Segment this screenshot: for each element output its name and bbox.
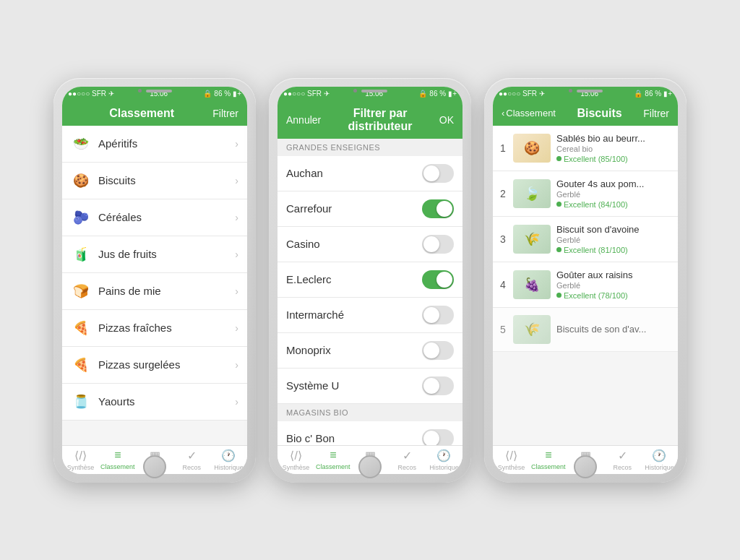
product-row-2[interactable]: 2 🍃 Gouter 4s aux pom... Gerblé Excellen… xyxy=(493,171,678,217)
home-button-2[interactable] xyxy=(358,455,382,478)
tab-historique-2[interactable]: 🕐 Historique xyxy=(426,449,462,471)
phone-3: ●●○○○ SFR ✈ 15:06 🔒 86 % ▮+ ‹ Classement… xyxy=(484,78,687,483)
filtrer-btn-1[interactable]: Filtrer xyxy=(212,108,238,119)
category-item-biscuits[interactable]: 🍪 Biscuits › xyxy=(62,163,247,199)
filter-casino: Casino xyxy=(278,227,462,262)
product-score-1: Excellent (85/100) xyxy=(556,155,671,163)
category-item-pizzas-fraiches[interactable]: 🍕 Pizzas fraîches › xyxy=(62,310,247,347)
filter-bio-c-bon: Bio c' Bon xyxy=(278,421,462,445)
phone-1: ●●○○○ SFR ✈ 15:06 🔒 86 % ▮+ Classement F… xyxy=(53,78,256,483)
synthese-label-2: Synthèse xyxy=(283,464,310,471)
tab-recos-2[interactable]: ✓ Recos xyxy=(389,449,426,471)
intermarche-label: Intermarché xyxy=(286,309,344,321)
annuler-btn[interactable]: Annuler xyxy=(286,114,321,126)
recos-label-3: Recos xyxy=(613,464,632,471)
category-item-jus[interactable]: 🧃 Jus de fruits › xyxy=(62,236,247,273)
category-item-pizzas-surgelees[interactable]: 🍕 Pizzas surgelées › xyxy=(62,347,247,384)
product-rank-4: 4 xyxy=(500,279,513,290)
status-left-2: ●●○○○ SFR ✈ xyxy=(283,90,330,98)
monoprix-toggle[interactable] xyxy=(422,341,454,360)
pizzas-fraiches-label: Pizzas fraîches xyxy=(98,322,235,334)
classement-label-1: Classement xyxy=(100,463,135,470)
filter-systeme-u: Système U xyxy=(278,369,462,404)
filter-intermarche: Intermarché xyxy=(278,298,462,333)
tab-classement-2[interactable]: ≡ Classement xyxy=(314,449,351,471)
filter-header: Annuler Filtrer par distributeur OK xyxy=(278,101,462,139)
score-dot-4 xyxy=(556,293,562,298)
synthese-label-3: Synthèse xyxy=(498,464,525,471)
auchan-label: Auchan xyxy=(286,167,323,179)
product-row-3[interactable]: 3 🌾 Biscuit son d'avoine Gerblé Excellen… xyxy=(493,217,678,262)
chevron-icon-6: › xyxy=(235,359,238,371)
back-chevron-icon: ‹ xyxy=(502,108,504,119)
product-row-4[interactable]: 4 🍇 Goûter aux raisins Gerblé Excellent … xyxy=(493,262,678,308)
home-button-3[interactable] xyxy=(574,455,597,478)
tab-synthese-3[interactable]: ⟨/⟩ Synthèse xyxy=(493,449,530,471)
recos-icon-3: ✓ xyxy=(618,449,627,462)
product-info-1: Sablés bio au beurr... Cereal bio Excell… xyxy=(556,133,671,163)
back-btn[interactable]: ‹ Classement xyxy=(502,108,556,119)
product-thumb-4: 🍇 xyxy=(513,270,551,299)
auchan-toggle[interactable] xyxy=(422,164,454,183)
product-info-2: Gouter 4s aux pom... Gerblé Excellent (8… xyxy=(556,178,671,209)
score-text-1: Excellent (85/100) xyxy=(564,155,628,163)
chevron-icon-0: › xyxy=(235,138,238,150)
intermarche-toggle[interactable] xyxy=(422,306,454,324)
eleclerc-label: E.Leclerc xyxy=(286,273,332,285)
classement-icon-3: ≡ xyxy=(545,449,551,462)
product-rank-3: 3 xyxy=(500,233,513,245)
battery-bar-1: ▮+ xyxy=(233,90,241,98)
filtrer-btn-3[interactable]: Filtrer xyxy=(643,108,669,119)
product-row-1[interactable]: 1 🍪 Sablés bio au beurr... Cereal bio Ex… xyxy=(493,126,678,171)
eleclerc-toggle[interactable] xyxy=(422,270,454,289)
chevron-icon-4: › xyxy=(235,285,238,297)
category-item-pains[interactable]: 🍞 Pains de mie › xyxy=(62,273,247,310)
tab-historique-3[interactable]: 🕐 Historique xyxy=(641,449,678,471)
camera-dot-3 xyxy=(569,89,572,92)
tab-recos-1[interactable]: ✓ Recos xyxy=(173,449,210,471)
category-item-aperitifs[interactable]: 🥗 Apéritifs › xyxy=(62,126,247,163)
product-brand-3: Gerblé xyxy=(556,236,671,244)
casino-label: Casino xyxy=(286,238,320,250)
pains-label: Pains de mie xyxy=(98,285,235,297)
phone-top-speaker xyxy=(133,88,176,94)
chevron-icon-7: › xyxy=(235,396,238,408)
carrefour-toggle[interactable] xyxy=(422,199,454,218)
app-header-1: Classement Filtrer xyxy=(62,101,247,126)
ok-btn[interactable]: OK xyxy=(439,114,454,126)
speaker-grille-3 xyxy=(577,90,603,92)
classement-icon-2: ≡ xyxy=(330,449,336,462)
classement-icon-1: ≡ xyxy=(114,449,121,462)
signal-text-3: ●●○○○ SFR xyxy=(499,90,537,98)
tab-classement-3[interactable]: ≡ Classement xyxy=(530,449,567,471)
score-dot-1 xyxy=(556,156,562,161)
tab-recos-3[interactable]: ✓ Recos xyxy=(604,449,641,471)
tab-synthese-1[interactable]: ⟨/⟩ Synthèse xyxy=(62,449,99,471)
product-row-5[interactable]: 5 🌾 Biscuits de son d'av... xyxy=(493,308,678,352)
tab-synthese-2[interactable]: ⟨/⟩ Synthèse xyxy=(278,449,314,471)
score-dot-2 xyxy=(556,202,562,207)
tab-historique-1[interactable]: 🕐 Historique xyxy=(210,449,247,471)
category-item-yaourts[interactable]: 🫙 Yaourts › xyxy=(62,384,247,421)
recos-label-2: Recos xyxy=(397,464,416,471)
synthese-label-1: Synthèse xyxy=(67,464,95,471)
product-list-container: 1 🍪 Sablés bio au beurr... Cereal bio Ex… xyxy=(493,126,678,445)
category-list-container: 🥗 Apéritifs › 🍪 Biscuits › 🫐 Céréales › … xyxy=(62,126,247,445)
product-header: ‹ Classement Biscuits Filtrer xyxy=(493,101,678,126)
filter-title: Filtrer par distributeur xyxy=(321,107,439,133)
wifi-icon-3: ✈ xyxy=(539,90,545,98)
home-button-1[interactable] xyxy=(143,455,166,478)
tab-classement-1[interactable]: ≡ Classement xyxy=(99,449,136,471)
product-name-4: Goûter aux raisins xyxy=(556,270,671,280)
score-text-4: Excellent (78/100) xyxy=(564,291,628,300)
bio-c-bon-toggle[interactable] xyxy=(422,429,454,445)
status-right-3: 🔒 86 % ▮+ xyxy=(634,90,672,98)
category-item-cereales[interactable]: 🫐 Céréales › xyxy=(62,199,247,236)
product-brand-4: Gerblé xyxy=(556,281,671,290)
bio-c-bon-label: Bio c' Bon xyxy=(286,432,335,444)
biscuits-icon: 🍪 xyxy=(71,171,91,191)
casino-toggle[interactable] xyxy=(422,235,454,254)
section-grandes-enseignes: GRANDES ENSEIGNES xyxy=(278,139,462,156)
systeme-u-toggle[interactable] xyxy=(422,376,454,395)
product-score-2: Excellent (84/100) xyxy=(556,200,671,209)
